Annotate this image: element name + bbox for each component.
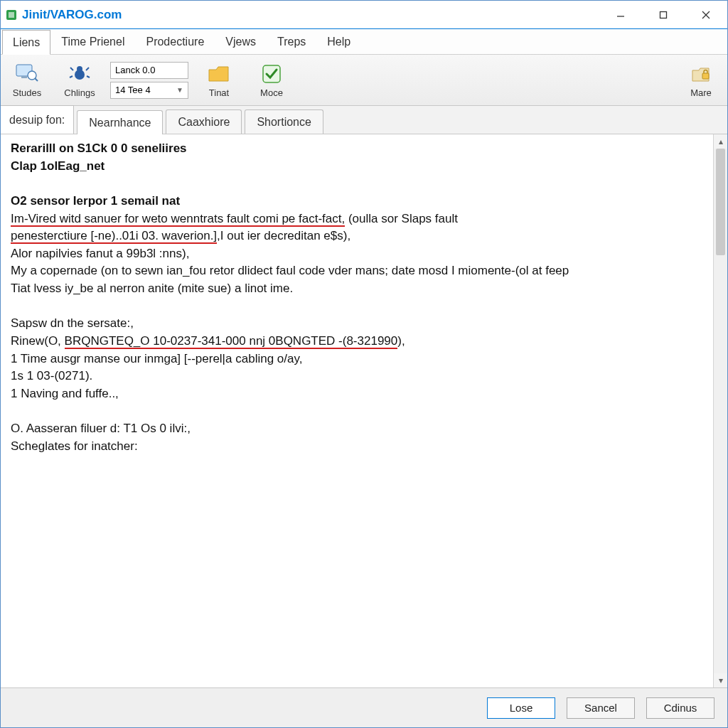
line: Alor napilvies fanut a 99b3l :nns), xyxy=(11,247,189,260)
tool-label: Moce xyxy=(260,87,283,98)
line: Tiat lvess iy_be al nerron anite (mite s… xyxy=(11,282,293,295)
scroll-up-icon[interactable]: ▴ xyxy=(714,134,727,149)
svg-line-12 xyxy=(86,68,89,70)
line: Rerarilll on S1Ck 0 0 seneliires xyxy=(11,141,187,155)
tool-chings[interactable]: Chlings xyxy=(58,62,102,98)
tool-moce[interactable]: Moce xyxy=(250,62,294,98)
combo-value: 14 Tee 4 xyxy=(115,85,151,95)
svg-rect-2 xyxy=(660,11,667,18)
tab-nearnhance[interactable]: Nearnhance xyxy=(77,110,163,134)
menu-views[interactable]: Vjews xyxy=(215,29,267,54)
tab-shortionce[interactable]: Shortionce xyxy=(245,109,323,134)
menubar: Liens Time Prienel Prodectiure Vjews Tre… xyxy=(1,29,727,55)
svg-point-10 xyxy=(77,66,82,72)
line: O2 sensor Ierpor 1 semail nat xyxy=(11,194,180,208)
tool-label: Mare xyxy=(690,87,712,98)
menu-help[interactable]: Help xyxy=(316,29,361,54)
svg-rect-6 xyxy=(21,76,27,78)
svg-line-13 xyxy=(70,76,73,77)
svg-line-11 xyxy=(70,68,73,70)
scroll-thumb[interactable] xyxy=(716,149,725,255)
line: Rinew(O, xyxy=(11,334,65,348)
tool-mare[interactable]: Mare xyxy=(679,62,723,98)
app-window: Jinit/VAROG.com Liens Time Prienel Prode… xyxy=(0,0,728,728)
tool-label: Tinat xyxy=(209,87,229,98)
combo-value: Lanck 0.0 xyxy=(115,65,155,75)
titlebar: Jinit/VAROG.com xyxy=(1,1,727,29)
tab-side-label: desuip fon: xyxy=(1,105,74,134)
line: 1s 1 03-(0271). xyxy=(11,369,92,382)
tabbar: desuip fon: Nearnhance Caaxhiore Shortio… xyxy=(1,106,727,134)
tab-caaxhiore[interactable]: Caaxhiore xyxy=(166,109,242,134)
window-title: Jinit/VAROG.com xyxy=(22,8,122,22)
svg-line-8 xyxy=(35,78,38,81)
underlined-text: BRQNGTEQ_O 10-0237-341-000 nnj 0BQNGTED … xyxy=(65,334,398,349)
line: My a copernade (on to sewn ian_fou retor… xyxy=(11,264,569,277)
tool-label: Chlings xyxy=(64,87,95,98)
line: Clap 1olEag_net xyxy=(11,159,105,173)
menu-treps[interactable]: Treps xyxy=(267,29,316,54)
maximize-button[interactable] xyxy=(642,1,685,29)
underlined-text: Im-Vired witd sanuer for weto wenntrats … xyxy=(11,212,345,227)
combo-lanck[interactable]: Lanck 0.0 xyxy=(110,62,188,79)
minimize-button[interactable] xyxy=(599,1,642,29)
checkbox-icon xyxy=(259,62,284,86)
menu-prodectiure[interactable]: Prodectiure xyxy=(135,29,215,54)
tool-tinat[interactable]: Tinat xyxy=(197,62,241,98)
line: 1 Naving and fuffe.., xyxy=(11,387,119,400)
line: 1 Time ausgr manse our inmga] [--perel|a… xyxy=(11,352,302,365)
line: ), xyxy=(397,334,405,348)
close-button[interactable] xyxy=(685,1,727,29)
toolbar-combos: Lanck 0.0 14 Tee 4▼ xyxy=(110,62,188,99)
monitor-search-icon xyxy=(15,62,39,86)
svg-rect-16 xyxy=(702,73,709,79)
bug-icon xyxy=(68,62,92,86)
line: O. Aasseran filuer d: T1 Os 0 ilvi:, xyxy=(11,422,191,435)
app-icon xyxy=(1,9,22,21)
underlined-text: penesterctiure [-ne)..01i 03. waverion.] xyxy=(11,229,217,244)
tool-studes[interactable]: Studes xyxy=(5,62,49,98)
menu-liens[interactable]: Liens xyxy=(2,30,50,55)
lock-folder-icon xyxy=(689,62,713,86)
line: Scheglates for inatcher: xyxy=(11,439,138,453)
menu-time-prienel[interactable]: Time Prienel xyxy=(50,29,135,54)
cdinus-button[interactable]: Cdinus xyxy=(646,697,714,719)
vertical-scrollbar[interactable]: ▴ ▾ xyxy=(713,134,727,687)
svg-line-14 xyxy=(87,76,90,77)
tool-label: Studes xyxy=(13,87,41,98)
combo-tee[interactable]: 14 Tee 4▼ xyxy=(110,82,188,99)
scroll-down-icon[interactable]: ▾ xyxy=(714,673,727,687)
folder-icon xyxy=(207,62,231,86)
dialog-footer: Lose Sancel Cdinus xyxy=(1,687,727,727)
line: ,I out ier decreditan e$s), xyxy=(217,229,350,242)
toolbar: Studes Chlings Lanck 0.0 14 Tee 4▼ Tinat… xyxy=(1,55,727,106)
lose-button[interactable]: Lose xyxy=(487,697,555,719)
chevron-down-icon: ▼ xyxy=(176,86,183,94)
line: (oulla sor Slaps fault xyxy=(345,212,458,225)
line: Sapsw dn the sersate:, xyxy=(11,316,134,330)
sancel-button[interactable]: Sancel xyxy=(567,697,635,719)
content-area: Rerarilll on S1Ck 0 0 seneliires Clap 1o… xyxy=(1,134,727,687)
text-content[interactable]: Rerarilll on S1Ck 0 0 seneliires Clap 1o… xyxy=(1,134,713,687)
